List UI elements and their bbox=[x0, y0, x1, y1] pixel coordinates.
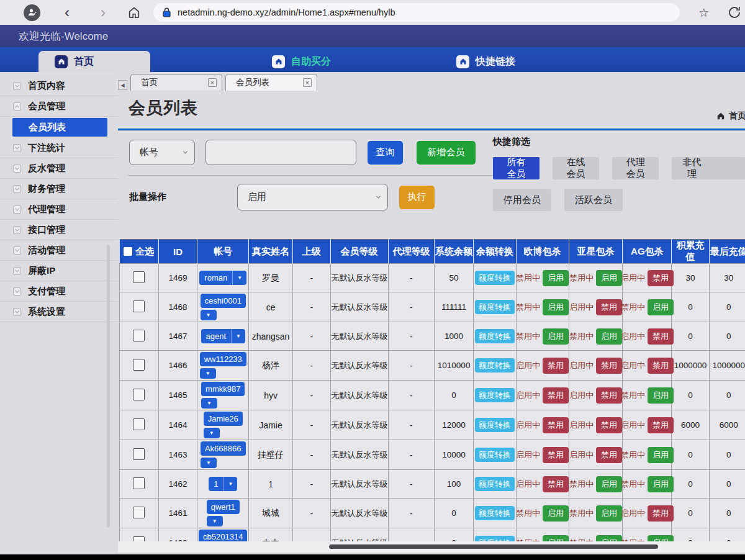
transfer-button[interactable]: 额度转换 bbox=[475, 271, 515, 285]
batch-action-select[interactable]: 启用 bbox=[237, 184, 388, 210]
account-dropdown-icon[interactable]: ▼ bbox=[207, 516, 223, 526]
enable-button[interactable]: 启用 bbox=[543, 535, 569, 542]
quick-filter-button[interactable]: 非代理 bbox=[672, 157, 745, 179]
enable-button[interactable]: 启用 bbox=[596, 476, 622, 492]
execute-button[interactable]: 执行 bbox=[399, 186, 435, 209]
row-checkbox[interactable] bbox=[133, 536, 145, 542]
select-all-checkbox[interactable] bbox=[124, 247, 132, 256]
transfer-button[interactable]: 额度转换 bbox=[475, 418, 515, 432]
refresh-icon[interactable] bbox=[726, 5, 743, 20]
transfer-button[interactable]: 额度转换 bbox=[475, 506, 515, 520]
account-dropdown-icon[interactable]: ▼ bbox=[200, 368, 216, 379]
sidebar-item-屏蔽IP[interactable]: 屏蔽IP bbox=[0, 261, 118, 281]
transfer-button[interactable]: 额度转换 bbox=[475, 448, 515, 462]
disable-button[interactable]: 禁用 bbox=[543, 417, 569, 433]
nav-tab-quick-links[interactable]: 快捷链接 bbox=[440, 51, 531, 72]
enable-button[interactable]: 启用 bbox=[648, 535, 674, 542]
quick-filter-button[interactable]: 活跃会员 bbox=[564, 189, 623, 211]
account-button[interactable]: ceshi0001 bbox=[201, 294, 246, 308]
search-input[interactable] bbox=[205, 140, 356, 165]
account-button[interactable]: mmkk987 bbox=[201, 382, 245, 396]
row-checkbox[interactable] bbox=[133, 389, 145, 400]
enable-button[interactable]: 启用 bbox=[543, 270, 569, 286]
sidebar-item-接口管理[interactable]: 接口管理 bbox=[0, 220, 118, 240]
sidebar-item-会员管理[interactable]: 会员管理 bbox=[0, 96, 118, 117]
sidebar-item-首页内容[interactable]: 首页内容 bbox=[0, 76, 118, 96]
enable-button[interactable]: 启用 bbox=[648, 476, 674, 492]
disable-button[interactable]: 禁用 bbox=[543, 358, 569, 374]
disable-button[interactable]: 禁用 bbox=[596, 447, 622, 463]
sidebar-item-系统设置[interactable]: 系统设置 bbox=[0, 302, 118, 322]
sidebar-item-代理管理[interactable]: 代理管理 bbox=[0, 199, 118, 220]
row-checkbox[interactable] bbox=[133, 359, 145, 371]
disable-button[interactable]: 禁用 bbox=[596, 358, 622, 374]
account-button[interactable]: Ak668866 bbox=[201, 441, 246, 456]
disable-button[interactable]: 禁用 bbox=[543, 387, 569, 404]
disable-button[interactable]: 禁用 bbox=[648, 505, 674, 522]
sidebar-item-下注统计[interactable]: 下注统计 bbox=[0, 138, 118, 158]
account-dropdown-icon[interactable]: ▼ bbox=[201, 398, 217, 409]
enable-button[interactable]: 启用 bbox=[648, 387, 674, 404]
account-dropdown-icon[interactable]: ▼ bbox=[201, 310, 217, 320]
row-checkbox[interactable] bbox=[133, 330, 145, 341]
row-checkbox[interactable] bbox=[133, 507, 145, 518]
site-security-icon[interactable] bbox=[162, 7, 171, 18]
row-checkbox[interactable] bbox=[133, 300, 145, 312]
quick-filter-button[interactable]: 代理会员 bbox=[612, 157, 659, 179]
account-button[interactable]: qwert1 bbox=[207, 500, 240, 514]
transfer-button[interactable]: 额度转换 bbox=[475, 358, 515, 373]
enable-button[interactable]: 启用 bbox=[596, 328, 622, 345]
account-dropdown-icon[interactable]: ▼ bbox=[232, 271, 246, 285]
transfer-button[interactable]: 额度转换 bbox=[475, 329, 515, 343]
account-button[interactable]: Jamie26 bbox=[204, 412, 243, 426]
row-checkbox[interactable] bbox=[133, 418, 145, 430]
search-field-select[interactable]: 帐号 bbox=[129, 140, 195, 165]
disable-button[interactable]: 禁用 bbox=[596, 417, 622, 433]
row-checkbox[interactable] bbox=[133, 448, 145, 460]
breadcrumb[interactable]: 首页 bbox=[716, 111, 745, 122]
enable-button[interactable]: 启用 bbox=[596, 505, 622, 522]
transfer-button[interactable]: 额度转换 bbox=[475, 388, 515, 402]
url-bar[interactable]: netadmin.ng-demo.xyz/admin/Home1.aspx#me… bbox=[153, 3, 680, 22]
profile-avatar-icon[interactable] bbox=[24, 4, 40, 21]
account-button[interactable]: ww112233 bbox=[200, 352, 246, 366]
account-button[interactable]: 1▼ bbox=[209, 477, 237, 491]
close-icon[interactable]: × bbox=[303, 78, 312, 87]
back-icon[interactable]: ‹ bbox=[58, 5, 76, 20]
sidebar-item-活动管理[interactable]: 活动管理 bbox=[0, 240, 118, 261]
tab-scroll-left-icon[interactable]: ◀ bbox=[118, 80, 127, 90]
account-dropdown-icon[interactable]: ▼ bbox=[231, 329, 245, 343]
account-button[interactable]: roman▼ bbox=[199, 271, 246, 285]
quick-filter-button[interactable]: 在线会员 bbox=[553, 157, 599, 179]
enable-button[interactable]: 启用 bbox=[648, 447, 674, 463]
sidebar-item-财务管理[interactable]: 财务管理 bbox=[0, 179, 118, 199]
disable-button[interactable]: 禁用 bbox=[648, 270, 674, 286]
quick-filter-button[interactable]: 所有全员 bbox=[493, 157, 540, 179]
enable-button[interactable]: 启用 bbox=[596, 535, 622, 542]
enable-button[interactable]: 启用 bbox=[596, 270, 622, 286]
disable-button[interactable]: 禁用 bbox=[648, 358, 674, 374]
sidebar-item-会员列表[interactable]: 会员列表 bbox=[12, 118, 107, 137]
disable-button[interactable]: 禁用 bbox=[596, 387, 622, 404]
nav-tab-self-buy[interactable]: 自助买分 bbox=[256, 51, 347, 72]
enable-button[interactable]: 启用 bbox=[648, 299, 674, 315]
close-icon[interactable]: × bbox=[208, 78, 217, 87]
enable-button[interactable]: 启用 bbox=[543, 505, 569, 522]
browser-home-icon[interactable] bbox=[127, 6, 141, 19]
transfer-button[interactable]: 额度转换 bbox=[475, 536, 515, 542]
quick-filter-button[interactable]: 停用会员 bbox=[493, 189, 551, 211]
enable-button[interactable]: 启用 bbox=[543, 328, 569, 345]
account-dropdown-icon[interactable]: ▼ bbox=[201, 458, 217, 468]
account-button[interactable]: agent▼ bbox=[201, 329, 245, 343]
disable-button[interactable]: 禁用 bbox=[596, 299, 622, 315]
bookmark-star-icon[interactable]: ☆ bbox=[698, 6, 709, 20]
transfer-button[interactable]: 额度转换 bbox=[475, 477, 515, 491]
enable-button[interactable]: 启用 bbox=[543, 299, 569, 315]
add-member-button[interactable]: 新增会员 bbox=[417, 141, 476, 165]
sidebar-item-反水管理[interactable]: 反水管理 bbox=[0, 158, 118, 179]
horizontal-scrollbar-thumb[interactable] bbox=[329, 544, 658, 549]
row-checkbox[interactable] bbox=[133, 477, 145, 489]
transfer-button[interactable]: 额度转换 bbox=[475, 300, 515, 314]
sidebar-scrollbar[interactable] bbox=[107, 245, 110, 527]
disable-button[interactable]: 禁用 bbox=[543, 476, 569, 492]
